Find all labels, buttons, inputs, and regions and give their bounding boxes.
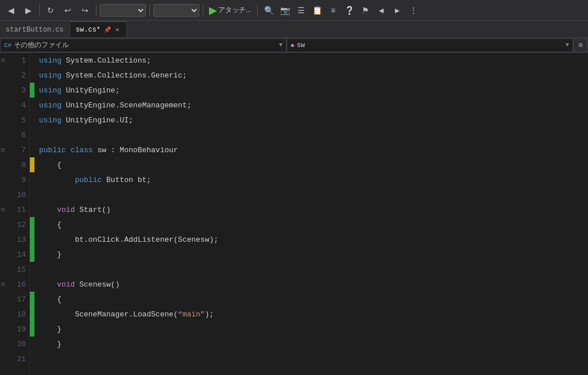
line-num-text-21: 21 xyxy=(17,355,26,364)
indicator-cell-20 xyxy=(30,337,34,351)
search-icon-btn[interactable]: 🔍 xyxy=(261,3,276,18)
right-icons: 🔍 📷 ☰ 📋 ≡ ❔ ⚑ ◄ ► ⋮ xyxy=(261,3,421,18)
nav-settings-btn[interactable]: ⚙ xyxy=(573,38,588,52)
token: void xyxy=(57,206,75,214)
symbol-nav-dropdown[interactable]: ◆ sw ▼ xyxy=(287,38,573,52)
token: { xyxy=(39,221,61,229)
collapse-btn-1[interactable]: ⊟ xyxy=(1,57,5,64)
separator-4 xyxy=(203,5,203,16)
line-num-text-1: 1 xyxy=(21,56,26,65)
indicator-cell-9 xyxy=(30,172,34,187)
separator-1 xyxy=(39,5,40,16)
line-num-14: 14 xyxy=(0,247,29,262)
collapse-btn-16[interactable]: ⊟ xyxy=(1,281,5,288)
indicator-cell-10 xyxy=(30,187,34,202)
line-num-text-6: 6 xyxy=(21,131,26,140)
line-num-text-11: 11 xyxy=(17,206,26,214)
token: using xyxy=(39,56,61,65)
nav-bar: C# その他のファイル ▼ ◆ sw ▼ ⚙ xyxy=(0,38,588,53)
img-icon-btn[interactable]: 📷 xyxy=(277,3,292,18)
line-num-9: 9 xyxy=(0,172,29,187)
line-num-text-2: 2 xyxy=(21,71,26,80)
token: using xyxy=(39,116,61,125)
code-line-12: { xyxy=(39,217,588,232)
back-button[interactable]: ◀ xyxy=(3,3,18,18)
token: using xyxy=(39,71,61,80)
code-editor: ⊟123456⊟78910⊟1112131415⊟161718192021 us… xyxy=(0,53,588,375)
token xyxy=(39,176,75,184)
line-num-text-10: 10 xyxy=(17,191,26,199)
platform-dropdown[interactable] xyxy=(153,4,199,17)
menu-icon-btn[interactable]: ⋮ xyxy=(406,3,421,18)
line-num-15: 15 xyxy=(0,262,29,277)
tab-startButton[interactable]: startButton.cs xyxy=(0,21,70,37)
indicator-cell-18 xyxy=(30,307,34,322)
code-lines[interactable]: using System.Collections;using System.Co… xyxy=(34,53,588,375)
line-num-2: 2 xyxy=(0,68,29,83)
code-line-10 xyxy=(39,187,588,202)
paste-icon-btn[interactable]: 📋 xyxy=(310,3,324,18)
tab-sw-close[interactable]: ✕ xyxy=(114,25,121,34)
refresh-button[interactable]: ↻ xyxy=(43,3,58,18)
line-num-text-12: 12 xyxy=(17,221,26,229)
line-num-text-19: 19 xyxy=(17,325,26,334)
indicator-cell-13 xyxy=(30,232,34,247)
token: } xyxy=(39,250,61,259)
file-nav-label: その他のファイル xyxy=(14,40,69,50)
line-num-text-8: 8 xyxy=(21,161,26,169)
collapse-btn-11[interactable]: ⊟ xyxy=(1,206,5,213)
bookmark-icon-btn[interactable]: ⚑ xyxy=(358,3,373,18)
line-num-text-16: 16 xyxy=(17,280,26,289)
line-num-text-13: 13 xyxy=(17,235,26,244)
redo-button[interactable]: ↪ xyxy=(78,3,92,18)
code-line-7: public class sw : MonoBehaviour xyxy=(39,142,588,157)
token: using xyxy=(39,101,61,110)
indicator-cell-1 xyxy=(30,53,34,68)
forward-button[interactable]: ▶ xyxy=(21,3,36,18)
token: Scenesw() xyxy=(75,280,119,289)
code-line-5: using UnityEngine.UI; xyxy=(39,113,588,127)
token: public xyxy=(39,146,66,154)
line-num-11: ⊟11 xyxy=(0,202,29,217)
undo-button[interactable]: ↩ xyxy=(60,3,75,18)
copy-icon-btn[interactable]: ☰ xyxy=(293,3,308,18)
code-line-11: void Start() xyxy=(39,202,588,217)
code-line-2: using System.Collections.Generic; xyxy=(39,68,588,83)
line-num-20: 20 xyxy=(0,337,29,351)
tab-sw[interactable]: sw.cs* 📌 ✕ xyxy=(70,21,127,37)
code-line-15 xyxy=(39,262,588,277)
collapse-btn-7[interactable]: ⊟ xyxy=(1,146,5,153)
line-num-10: 10 xyxy=(0,187,29,202)
tab-sw-label: sw.cs* xyxy=(76,26,100,34)
token: } xyxy=(39,325,61,334)
arrow2-icon-btn[interactable]: ► xyxy=(390,3,405,18)
separator-5 xyxy=(257,5,258,16)
chevron-down-icon-2: ▼ xyxy=(566,42,569,48)
run-label: アタッチ... xyxy=(218,5,252,15)
align-icon-btn[interactable]: ≡ xyxy=(326,3,341,18)
token: class xyxy=(71,146,93,154)
code-line-6 xyxy=(39,127,588,142)
run-button[interactable]: ▶ アタッチ... xyxy=(207,4,254,17)
line-num-1: ⊟1 xyxy=(0,53,29,68)
line-num-8: 8 xyxy=(0,157,29,172)
line-num-text-15: 15 xyxy=(17,265,26,274)
separator-3 xyxy=(149,5,150,16)
chevron-down-icon: ▼ xyxy=(279,42,283,48)
file-icon: C# xyxy=(4,42,11,49)
arrow1-icon-btn[interactable]: ◄ xyxy=(374,3,389,18)
file-nav-dropdown[interactable]: C# その他のファイル ▼ xyxy=(0,38,287,52)
token: SceneManager.LoadScene( xyxy=(39,310,178,319)
line-num-text-20: 20 xyxy=(17,340,26,349)
code-line-3: using UnityEngine; xyxy=(39,83,588,98)
code-line-18: SceneManager.LoadScene(“main”); xyxy=(39,307,588,322)
help-icon-btn[interactable]: ❔ xyxy=(342,3,357,18)
code-line-20: } xyxy=(39,337,588,351)
code-line-19: } xyxy=(39,322,588,337)
config-dropdown[interactable] xyxy=(100,4,146,17)
code-line-1: using System.Collections; xyxy=(39,53,588,68)
line-num-16: ⊟16 xyxy=(0,277,29,292)
indicator-cell-14 xyxy=(30,247,34,262)
tabs-bar: startButton.cs sw.cs* 📌 ✕ xyxy=(0,21,588,38)
indicator-cell-7 xyxy=(30,142,34,157)
